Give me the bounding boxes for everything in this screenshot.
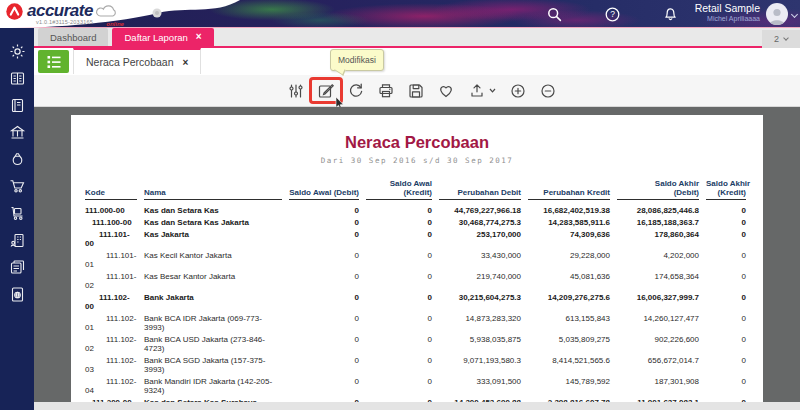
sidebar-purchases-trolley-icon[interactable]	[0, 200, 34, 227]
print-icon[interactable]	[376, 81, 396, 101]
close-icon[interactable]: ×	[196, 32, 202, 42]
sidebar-ledger-icon[interactable]	[0, 254, 34, 281]
refresh-icon[interactable]	[346, 81, 366, 101]
table-row: 111.101-00Kas Jakarta00253,170,00074,309…	[85, 228, 748, 249]
tab-daftar-laporan[interactable]: Daftar Laporan ×	[112, 28, 213, 46]
report-table-body: 111.000-00Kas dan Setara Kas0044,769,227…	[85, 204, 748, 402]
table-row: 111.200-00Kas dan Setara Kas Surabaya001…	[85, 396, 748, 402]
column-header: Saldo Akhir(Kredit)	[706, 179, 746, 200]
chevron-down-icon	[783, 35, 789, 41]
table-row: 111.101-02Kas Besar Kantor Jakarta00219,…	[85, 270, 748, 291]
column-header: Saldo Awal (Debit)	[289, 188, 359, 200]
report-toolbar	[34, 75, 800, 107]
user-menu-chevron-icon[interactable]	[791, 11, 798, 18]
favorite-heart-icon[interactable]	[436, 81, 456, 101]
table-row: 111.000-00Kas dan Setara Kas0044,769,227…	[85, 204, 748, 216]
tab-daftar-laporan-label: Daftar Laporan	[124, 32, 187, 43]
version-label: v1.0.1#3115-2033165	[36, 19, 93, 25]
table-row: 111.100-00Kas dan Setara Kas Jakarta0030…	[85, 216, 748, 228]
tab-counter-dropdown[interactable]: 2	[762, 30, 800, 48]
sidebar-sales-cart-icon[interactable]	[0, 173, 34, 200]
tab-counter-value: 2	[774, 34, 779, 44]
table-row: 111.102-00Bank Jakarta0030,215,604,275.3…	[85, 291, 748, 312]
tab-neraca-percobaan[interactable]: Neraca Percobaan ×	[73, 48, 201, 74]
column-header: Saldo Awal(Kredit)	[366, 179, 432, 200]
sidebar-company-icon[interactable]	[0, 65, 34, 92]
table-row: 111.102-03Bank BCA SGD Jakarta (157-375-…	[85, 354, 748, 375]
sidebar-settings-icon[interactable]	[0, 38, 34, 65]
notifications-bell-icon[interactable]	[662, 6, 678, 22]
column-header: Perubahan Debit	[439, 188, 521, 200]
top-navbar: accurate online v1.0.1#3115-2033165 ? Re…	[0, 0, 800, 28]
accurate-logo-icon	[6, 3, 23, 20]
main-tab-strip: Dashboard Daftar Laporan × 2	[34, 28, 800, 48]
table-row: 111.102-01Bank BCA IDR Jakarta (069-773-…	[85, 312, 748, 333]
app-window: accurate online v1.0.1#3115-2033165 ? Re…	[0, 0, 800, 410]
sidebar-assets-icon[interactable]	[0, 227, 34, 254]
filter-icon[interactable]	[286, 81, 306, 101]
table-row: 111.102-02Bank BCA USD Jakarta (273-846-…	[85, 333, 748, 354]
user-info[interactable]: Retail Sample Michel Apriliaaaa	[695, 2, 760, 23]
horizontal-scrollbar-track[interactable]	[34, 402, 800, 410]
company-name: Retail Sample	[695, 2, 760, 14]
column-header: Saldo Akhir(Debit)	[617, 179, 699, 200]
tab-neraca-percobaan-label: Neraca Percobaan	[86, 56, 174, 68]
report-viewer[interactable]: Neraca Percobaan Dari 30 Sep 2016 s/d 30…	[34, 107, 800, 402]
left-sidebar	[0, 28, 34, 410]
save-icon[interactable]	[406, 81, 426, 101]
user-name: Michel Apriliaaaa	[695, 14, 760, 23]
close-icon[interactable]: ×	[183, 57, 189, 68]
brand-online-label: online	[106, 21, 124, 27]
search-icon[interactable]	[546, 6, 562, 22]
user-avatar[interactable]	[766, 3, 788, 25]
tooltip-label: Modifikasi	[338, 55, 376, 65]
sidebar-journal-icon[interactable]	[0, 92, 34, 119]
table-row: 111.102-04Bank Mandiri IDR Jakarta (142-…	[85, 375, 748, 396]
tooltip: Modifikasi	[330, 49, 384, 71]
cloud-icon: online	[95, 3, 122, 24]
modify-edit-icon[interactable]	[316, 81, 336, 101]
report-list-button[interactable]	[38, 50, 69, 73]
column-header: Nama	[144, 188, 282, 200]
export-icon[interactable]	[466, 81, 498, 101]
report-table-header: KodeNamaSaldo Awal (Debit)Saldo Awal(Kre…	[85, 179, 748, 200]
report-date-range: Dari 30 Sep 2016 s/d 30 Sep 2017	[71, 156, 763, 165]
brand-name: accurate	[27, 2, 93, 20]
sidebar-documents-icon[interactable]	[0, 281, 34, 308]
report-page: Neraca Percobaan Dari 30 Sep 2016 s/d 30…	[71, 115, 763, 402]
main-area: Dashboard Daftar Laporan × 2 Neraca Perc…	[34, 28, 800, 410]
tab-dashboard[interactable]: Dashboard	[38, 28, 108, 46]
zoom-out-icon[interactable]	[538, 81, 558, 101]
report-tab-strip: Neraca Percobaan ×	[34, 48, 800, 75]
table-row: 111.101-01Kas Kecil Kantor Jakarta0033,4…	[85, 249, 748, 270]
sidebar-bank-icon[interactable]	[0, 119, 34, 146]
report-table: KodeNamaSaldo Awal (Debit)Saldo Awal(Kre…	[85, 179, 748, 402]
report-title: Neraca Percobaan	[71, 133, 763, 152]
chevron-down-icon	[488, 86, 497, 95]
svg-text:?: ?	[610, 9, 615, 19]
sidebar-cash-icon[interactable]	[0, 146, 34, 173]
help-icon[interactable]: ?	[604, 6, 620, 22]
tab-dashboard-label: Dashboard	[50, 32, 96, 43]
zoom-in-icon[interactable]	[508, 81, 528, 101]
column-header: Perubahan Kredit	[528, 188, 610, 200]
column-header: Kode	[85, 188, 137, 200]
